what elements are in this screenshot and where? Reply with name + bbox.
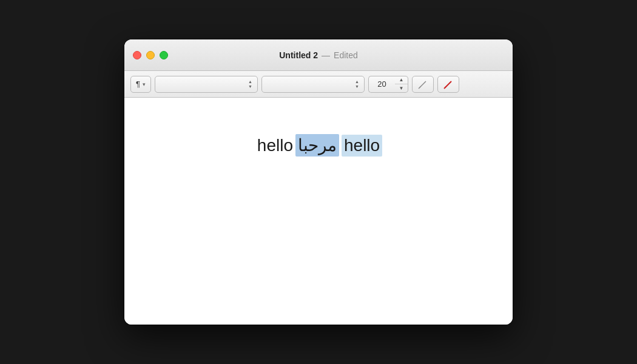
stepper-down-icon: ▼ (355, 84, 359, 89)
window-title: Untitled 2 — Edited (279, 50, 357, 60)
paragraph-button[interactable]: ¶ ▾ (130, 76, 151, 93)
document-area[interactable]: hello مرحبا hello (124, 98, 513, 325)
font-family-select[interactable]: ▲ ▼ (155, 76, 258, 93)
close-button[interactable] (133, 51, 141, 59)
stepper-up-icon: ▲ (355, 79, 359, 84)
text-hello-left: hello (255, 135, 295, 157)
titlebar: Untitled 2 — Edited (124, 39, 513, 71)
main-window: Untitled 2 — Edited ¶ ▾ ▲ ▼ (124, 39, 513, 325)
traffic-lights (133, 51, 168, 59)
svg-line-3 (444, 87, 446, 89)
red-pen-icon (443, 79, 454, 90)
pen-icon (417, 79, 428, 90)
stepper-down-icon: ▼ (248, 84, 252, 89)
font-style-stepper[interactable]: ▲ ▼ (355, 79, 359, 89)
document-text: hello مرحبا hello (255, 134, 382, 157)
title-edited: Edited (334, 50, 358, 60)
text-hello-right: hello (342, 135, 382, 157)
toolbar: ¶ ▾ ▲ ▼ ▲ ▼ 20 (124, 71, 513, 98)
maximize-button[interactable] (160, 51, 168, 59)
chevron-down-icon: ▾ (143, 81, 146, 87)
minimize-button[interactable] (146, 51, 155, 59)
font-size-up-icon[interactable]: ▲ (395, 76, 408, 85)
font-family-stepper[interactable]: ▲ ▼ (248, 79, 252, 89)
pen-button[interactable] (412, 76, 434, 93)
paragraph-icon: ¶ (136, 79, 140, 89)
font-size-wrapper: 20 ▲ ▼ (368, 76, 408, 93)
svg-line-1 (419, 87, 420, 89)
font-size-input[interactable]: 20 (368, 76, 395, 93)
title-main: Untitled 2 (279, 50, 318, 60)
svg-line-0 (420, 81, 426, 87)
font-size-down-icon[interactable]: ▼ (395, 84, 408, 92)
title-separator: — (322, 50, 330, 60)
text-arabic: مرحبا (295, 134, 339, 157)
red-pen-button[interactable] (437, 76, 459, 93)
stepper-up-icon: ▲ (248, 79, 252, 84)
svg-line-2 (445, 81, 451, 87)
font-size-stepper[interactable]: ▲ ▼ (395, 76, 408, 93)
font-style-select[interactable]: ▲ ▼ (261, 76, 365, 93)
